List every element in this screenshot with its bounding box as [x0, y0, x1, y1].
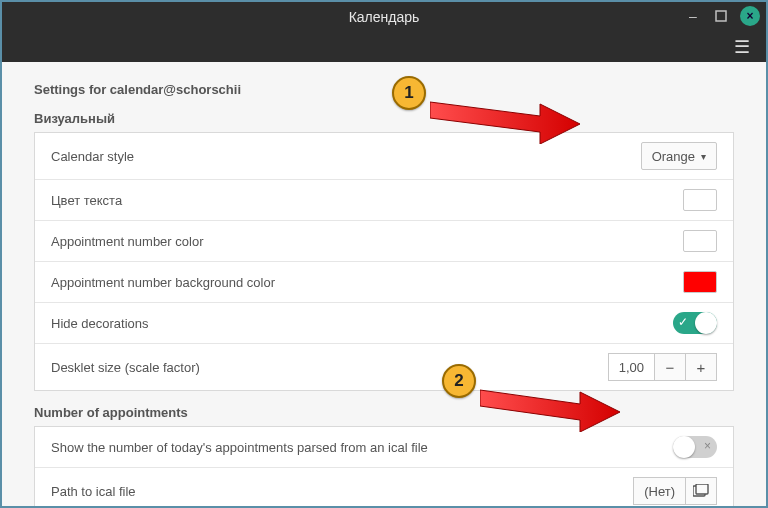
row-show-appt-count: Show the number of today's appointments … [35, 427, 733, 468]
titlebar: Календарь – × [2, 2, 766, 32]
callout-arrow-1 [430, 88, 580, 144]
scale-increase-button[interactable]: + [685, 353, 717, 381]
appt-num-color-swatch[interactable] [683, 230, 717, 252]
text-color-label: Цвет текста [51, 193, 683, 208]
text-color-swatch[interactable] [683, 189, 717, 211]
svg-marker-3 [430, 102, 580, 144]
hide-decorations-label: Hide decorations [51, 316, 673, 331]
calendar-style-value: Orange [652, 149, 695, 164]
show-appt-count-toggle[interactable]: × [673, 436, 717, 458]
ical-file-chooser: (Нет) [633, 477, 717, 505]
section-visual-title: Визуальный [34, 111, 734, 126]
svg-rect-2 [696, 484, 708, 494]
row-appt-num-bg: Appointment number background color [35, 262, 733, 303]
appt-num-bg-swatch[interactable] [683, 271, 717, 293]
row-scale-factor: Desklet size (scale factor) 1,00 − + [35, 344, 733, 390]
folder-icon [693, 484, 709, 498]
window-title: Календарь [2, 9, 766, 25]
close-button[interactable]: × [740, 6, 760, 26]
appt-num-bg-label: Appointment number background color [51, 275, 683, 290]
svg-rect-0 [716, 11, 726, 21]
row-hide-decorations: Hide decorations ✓ [35, 303, 733, 344]
svg-marker-4 [480, 390, 620, 432]
appointments-panel: Show the number of today's appointments … [34, 426, 734, 506]
check-icon: ✓ [678, 315, 688, 329]
row-appt-num-color: Appointment number color [35, 221, 733, 262]
settings-for-label: Settings for calendar@schorschii [34, 82, 734, 97]
content-area: Settings for calendar@schorschii Визуаль… [2, 62, 766, 506]
appt-num-color-label: Appointment number color [51, 234, 683, 249]
callout-badge-1: 1 [392, 76, 426, 110]
callout-arrow-2 [480, 376, 620, 432]
scale-stepper: 1,00 − + [608, 353, 717, 381]
row-text-color: Цвет текста [35, 180, 733, 221]
visual-panel: Calendar style Orange ▾ Цвет текста Appo… [34, 132, 734, 391]
ical-path-label: Path to ical file [51, 484, 633, 499]
toggle-knob [673, 436, 695, 458]
section-appointments-title: Number of appointments [34, 405, 734, 420]
hamburger-menu-icon[interactable]: ☰ [734, 36, 750, 58]
show-appt-count-label: Show the number of today's appointments … [51, 440, 673, 455]
calendar-style-label: Calendar style [51, 149, 641, 164]
maximize-button[interactable] [712, 7, 730, 25]
chevron-down-icon: ▾ [701, 151, 706, 162]
menubar: ☰ [2, 32, 766, 62]
scale-decrease-button[interactable]: − [654, 353, 686, 381]
ical-browse-button[interactable] [685, 477, 717, 505]
toggle-knob [695, 312, 717, 334]
minimize-button[interactable]: – [684, 7, 702, 25]
row-calendar-style: Calendar style Orange ▾ [35, 133, 733, 180]
x-icon: × [704, 439, 711, 453]
ical-path-value[interactable]: (Нет) [633, 477, 686, 505]
calendar-style-dropdown[interactable]: Orange ▾ [641, 142, 717, 170]
window-controls: – × [684, 6, 760, 26]
row-ical-path: Path to ical file (Нет) [35, 468, 733, 506]
callout-badge-2: 2 [442, 364, 476, 398]
scale-factor-label: Desklet size (scale factor) [51, 360, 608, 375]
hide-decorations-toggle[interactable]: ✓ [673, 312, 717, 334]
